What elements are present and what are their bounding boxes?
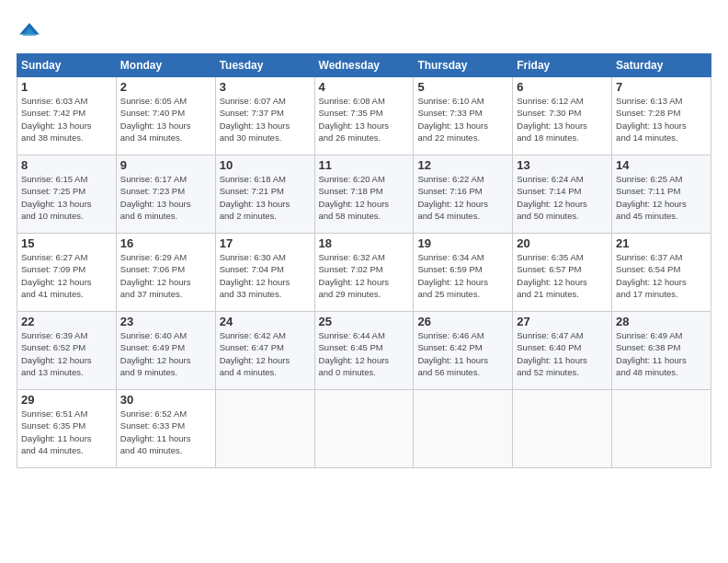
day-number: 8: [21, 158, 112, 172]
day-number: 18: [319, 236, 410, 250]
day-number: 24: [220, 315, 311, 328]
day-info: Sunrise: 6:40 AMSunset: 6:49 PMDaylight:…: [120, 329, 211, 378]
weekday-header-saturday: Saturday: [612, 54, 711, 77]
day-number: 6: [517, 80, 608, 94]
calendar-week-2: 8 Sunrise: 6:15 AMSunset: 7:25 PMDayligh…: [17, 155, 711, 234]
day-number: 9: [120, 158, 211, 172]
day-number: 17: [220, 236, 311, 250]
calendar-cell: 22 Sunrise: 6:39 AMSunset: 6:52 PMDaylig…: [17, 312, 117, 390]
calendar-cell: 8 Sunrise: 6:15 AMSunset: 7:25 PMDayligh…: [17, 155, 117, 234]
calendar-cell: 18 Sunrise: 6:32 AMSunset: 7:02 PMDaylig…: [314, 234, 414, 312]
calendar-cell: 25 Sunrise: 6:44 AMSunset: 6:45 PMDaylig…: [314, 312, 414, 390]
calendar-cell: [414, 390, 513, 468]
day-number: 20: [517, 236, 608, 250]
calendar-cell: 7 Sunrise: 6:13 AMSunset: 7:28 PMDayligh…: [612, 77, 711, 155]
day-number: 21: [616, 236, 707, 250]
day-info: Sunrise: 6:18 AMSunset: 7:21 PMDaylight:…: [220, 173, 311, 222]
calendar-cell: 3 Sunrise: 6:07 AMSunset: 7:37 PMDayligh…: [215, 77, 314, 155]
day-info: Sunrise: 6:52 AMSunset: 6:33 PMDaylight:…: [120, 408, 211, 456]
logo: [17, 20, 46, 46]
day-number: 14: [616, 158, 707, 172]
calendar-cell: 11 Sunrise: 6:20 AMSunset: 7:18 PMDaylig…: [314, 155, 414, 234]
day-info: Sunrise: 6:15 AMSunset: 7:25 PMDaylight:…: [21, 173, 112, 222]
day-number: 15: [21, 236, 112, 250]
calendar-cell: 10 Sunrise: 6:18 AMSunset: 7:21 PMDaylig…: [215, 155, 314, 234]
calendar-cell: 30 Sunrise: 6:52 AMSunset: 6:33 PMDaylig…: [116, 390, 215, 468]
day-info: Sunrise: 6:30 AMSunset: 7:04 PMDaylight:…: [220, 251, 311, 300]
day-info: Sunrise: 6:22 AMSunset: 7:16 PMDaylight:…: [417, 173, 508, 222]
calendar-cell: 28 Sunrise: 6:49 AMSunset: 6:38 PMDaylig…: [612, 312, 711, 390]
calendar-cell: [215, 390, 314, 468]
weekday-header-sunday: Sunday: [17, 54, 117, 77]
calendar-cell: 5 Sunrise: 6:10 AMSunset: 7:33 PMDayligh…: [414, 77, 513, 155]
calendar: SundayMondayTuesdayWednesdayThursdayFrid…: [17, 53, 711, 468]
calendar-cell: 12 Sunrise: 6:22 AMSunset: 7:16 PMDaylig…: [414, 155, 513, 234]
day-info: Sunrise: 6:07 AMSunset: 7:37 PMDaylight:…: [220, 95, 311, 144]
day-info: Sunrise: 6:42 AMSunset: 6:47 PMDaylight:…: [220, 329, 311, 378]
calendar-week-3: 15 Sunrise: 6:27 AMSunset: 7:09 PMDaylig…: [17, 234, 711, 312]
day-number: 28: [616, 315, 707, 328]
calendar-cell: 16 Sunrise: 6:29 AMSunset: 7:06 PMDaylig…: [116, 234, 215, 312]
calendar-cell: 21 Sunrise: 6:37 AMSunset: 6:54 PMDaylig…: [612, 234, 711, 312]
day-number: 13: [517, 158, 608, 172]
day-number: 5: [417, 80, 508, 94]
calendar-cell: 13 Sunrise: 6:24 AMSunset: 7:14 PMDaylig…: [513, 155, 612, 234]
calendar-cell: [513, 390, 612, 468]
day-info: Sunrise: 6:49 AMSunset: 6:38 PMDaylight:…: [616, 329, 707, 378]
calendar-cell: 6 Sunrise: 6:12 AMSunset: 7:30 PMDayligh…: [513, 77, 612, 155]
calendar-cell: 20 Sunrise: 6:35 AMSunset: 6:57 PMDaylig…: [513, 234, 612, 312]
day-info: Sunrise: 6:47 AMSunset: 6:40 PMDaylight:…: [517, 329, 608, 378]
day-number: 25: [319, 315, 410, 328]
calendar-cell: 1 Sunrise: 6:03 AMSunset: 7:42 PMDayligh…: [17, 77, 117, 155]
day-info: Sunrise: 6:20 AMSunset: 7:18 PMDaylight:…: [319, 173, 410, 222]
day-info: Sunrise: 6:51 AMSunset: 6:35 PMDaylight:…: [21, 408, 112, 456]
calendar-cell: 27 Sunrise: 6:47 AMSunset: 6:40 PMDaylig…: [513, 312, 612, 390]
calendar-cell: 9 Sunrise: 6:17 AMSunset: 7:23 PMDayligh…: [116, 155, 215, 234]
calendar-cell: 29 Sunrise: 6:51 AMSunset: 6:35 PMDaylig…: [17, 390, 117, 468]
calendar-cell: [314, 390, 414, 468]
day-info: Sunrise: 6:03 AMSunset: 7:42 PMDaylight:…: [21, 95, 112, 144]
day-number: 12: [417, 158, 508, 172]
day-info: Sunrise: 6:27 AMSunset: 7:09 PMDaylight:…: [21, 251, 112, 300]
day-number: 3: [220, 80, 311, 94]
logo-icon: [17, 20, 42, 46]
calendar-cell: [612, 390, 711, 468]
day-number: 23: [120, 315, 211, 328]
day-number: 10: [220, 158, 311, 172]
day-info: Sunrise: 6:12 AMSunset: 7:30 PMDaylight:…: [517, 95, 608, 144]
calendar-cell: 17 Sunrise: 6:30 AMSunset: 7:04 PMDaylig…: [215, 234, 314, 312]
calendar-week-5: 29 Sunrise: 6:51 AMSunset: 6:35 PMDaylig…: [17, 390, 711, 468]
day-number: 30: [120, 393, 211, 407]
day-info: Sunrise: 6:34 AMSunset: 6:59 PMDaylight:…: [417, 251, 508, 300]
calendar-cell: 23 Sunrise: 6:40 AMSunset: 6:49 PMDaylig…: [116, 312, 215, 390]
calendar-cell: 14 Sunrise: 6:25 AMSunset: 7:11 PMDaylig…: [612, 155, 711, 234]
day-number: 11: [319, 158, 410, 172]
weekday-header-tuesday: Tuesday: [215, 54, 314, 77]
day-info: Sunrise: 6:13 AMSunset: 7:28 PMDaylight:…: [616, 95, 707, 144]
day-number: 4: [319, 80, 410, 94]
calendar-cell: 2 Sunrise: 6:05 AMSunset: 7:40 PMDayligh…: [116, 77, 215, 155]
day-number: 7: [616, 80, 707, 94]
day-number: 16: [120, 236, 211, 250]
calendar-cell: 26 Sunrise: 6:46 AMSunset: 6:42 PMDaylig…: [414, 312, 513, 390]
day-info: Sunrise: 6:25 AMSunset: 7:11 PMDaylight:…: [616, 173, 707, 222]
day-info: Sunrise: 6:17 AMSunset: 7:23 PMDaylight:…: [120, 173, 211, 222]
weekday-header-monday: Monday: [116, 54, 215, 77]
day-info: Sunrise: 6:05 AMSunset: 7:40 PMDaylight:…: [120, 95, 211, 144]
day-info: Sunrise: 6:46 AMSunset: 6:42 PMDaylight:…: [417, 329, 508, 378]
calendar-week-1: 1 Sunrise: 6:03 AMSunset: 7:42 PMDayligh…: [17, 77, 711, 155]
day-info: Sunrise: 6:08 AMSunset: 7:35 PMDaylight:…: [319, 95, 410, 144]
weekday-header-thursday: Thursday: [414, 54, 513, 77]
day-number: 27: [517, 315, 608, 328]
day-info: Sunrise: 6:37 AMSunset: 6:54 PMDaylight:…: [616, 251, 707, 300]
day-info: Sunrise: 6:32 AMSunset: 7:02 PMDaylight:…: [319, 251, 410, 300]
day-info: Sunrise: 6:24 AMSunset: 7:14 PMDaylight:…: [517, 173, 608, 222]
calendar-cell: 15 Sunrise: 6:27 AMSunset: 7:09 PMDaylig…: [17, 234, 117, 312]
calendar-cell: 19 Sunrise: 6:34 AMSunset: 6:59 PMDaylig…: [414, 234, 513, 312]
day-number: 1: [21, 80, 112, 94]
calendar-cell: 24 Sunrise: 6:42 AMSunset: 6:47 PMDaylig…: [215, 312, 314, 390]
day-info: Sunrise: 6:29 AMSunset: 7:06 PMDaylight:…: [120, 251, 211, 300]
day-number: 22: [21, 315, 112, 328]
day-info: Sunrise: 6:44 AMSunset: 6:45 PMDaylight:…: [319, 329, 410, 378]
weekday-header-friday: Friday: [513, 54, 612, 77]
